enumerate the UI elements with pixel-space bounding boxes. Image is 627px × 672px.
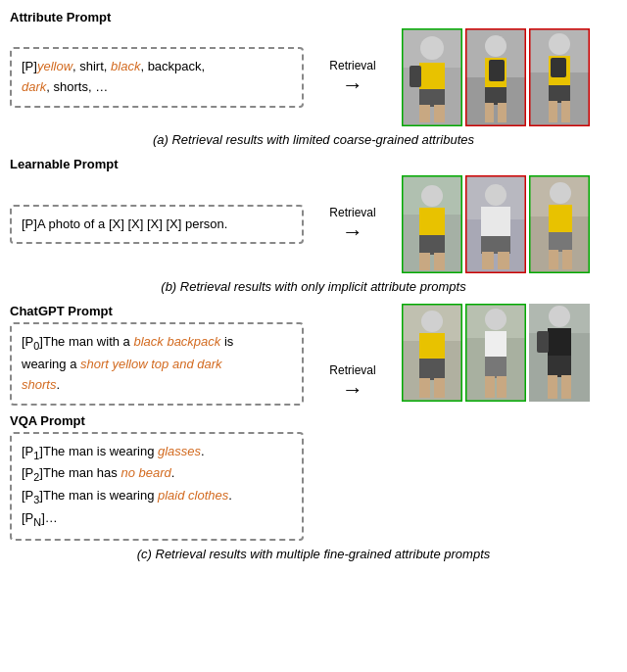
chatgpt-black-backpack: black backpack — [133, 334, 220, 349]
svg-rect-61 — [485, 331, 506, 359]
prompt-b-text: [P]A photo of a [X] [X] [X] [X] person. — [22, 216, 227, 231]
svg-rect-7 — [410, 66, 421, 87]
svg-rect-38 — [481, 236, 510, 254]
chatgpt-prompt-box: [P0]The man with a black backpack is wea… — [10, 322, 304, 406]
svg-rect-47 — [549, 250, 558, 269]
result-image-a2 — [465, 28, 526, 126]
vqa-line-n: [PN]… — [22, 508, 292, 531]
svg-rect-3 — [419, 89, 445, 107]
svg-point-57 — [421, 311, 443, 332]
result-image-b1 — [402, 175, 462, 273]
svg-rect-30 — [419, 235, 445, 255]
svg-point-41 — [485, 184, 506, 206]
svg-rect-55 — [419, 378, 430, 398]
result-image-c3 — [529, 304, 590, 402]
svg-rect-45 — [549, 205, 572, 234]
section-c-arrow: Retrieval → — [314, 304, 392, 460]
svg-point-73 — [549, 306, 570, 327]
section-b-prompt-box: [P]A photo of a [X] [X] [X] [X] person. — [10, 205, 304, 245]
svg-rect-22 — [549, 101, 557, 122]
svg-rect-74 — [537, 331, 549, 353]
result-image-a3 — [529, 28, 590, 126]
section-b-arrow: Retrieval → — [314, 206, 392, 243]
svg-rect-4 — [419, 105, 430, 122]
retrieval-label-c: Retrieval — [329, 363, 375, 377]
section-b: Learnable Prompt [P]A photo of a [X] [X]… — [10, 157, 617, 294]
prompt-a-black: black — [111, 59, 140, 73]
section-b-left: [P]A photo of a [X] [X] [X] [X] person. — [10, 205, 304, 245]
section-a-images — [402, 28, 617, 126]
result-image-a1 — [402, 28, 462, 126]
section-c: ChatGPT Prompt [P0]The man with a black … — [10, 304, 617, 561]
svg-rect-13 — [485, 103, 494, 122]
svg-rect-46 — [549, 232, 572, 252]
svg-rect-56 — [434, 378, 445, 398]
caption-a: (a) Retrieval results with limited coars… — [10, 132, 617, 147]
prompt-a-text: [P]yellow, shirt, black, backpack, dark,… — [22, 59, 205, 94]
svg-rect-40 — [498, 252, 509, 269]
vqa-plaid: plaid clothes — [158, 488, 228, 503]
chatgpt-prompt-text: [P0]The man with a black backpack is wea… — [22, 334, 233, 392]
section-c-images — [402, 304, 617, 402]
section-a-prompt-box: [P]yellow, shirt, black, backpack, dark,… — [10, 47, 304, 108]
result-image-c1 — [402, 304, 462, 402]
section-a-left: [P]yellow, shirt, black, backpack, dark,… — [10, 47, 304, 108]
svg-rect-64 — [497, 376, 506, 398]
svg-point-49 — [550, 182, 571, 204]
svg-rect-25 — [551, 58, 566, 77]
svg-point-65 — [485, 309, 506, 330]
section-b-images — [402, 175, 617, 273]
svg-rect-16 — [489, 60, 505, 81]
section-b-title: Learnable Prompt — [10, 157, 617, 171]
svg-rect-53 — [419, 333, 445, 360]
svg-rect-2 — [419, 63, 445, 92]
prompt-a-dark: dark — [22, 79, 46, 94]
svg-point-15 — [485, 35, 506, 57]
svg-rect-69 — [548, 328, 571, 358]
svg-rect-14 — [498, 103, 506, 122]
result-image-b3 — [529, 175, 590, 273]
svg-rect-12 — [485, 87, 506, 105]
vqa-line-2: [P2]The man has no beard. — [22, 463, 292, 486]
svg-rect-32 — [434, 253, 445, 270]
svg-rect-48 — [562, 250, 572, 269]
retrieval-label-a: Retrieval — [329, 59, 375, 72]
chatgpt-title: ChatGPT Prompt — [10, 304, 304, 318]
svg-point-6 — [420, 36, 444, 60]
svg-point-24 — [549, 33, 570, 55]
svg-rect-39 — [482, 252, 494, 269]
svg-rect-5 — [434, 105, 445, 122]
svg-point-33 — [421, 185, 443, 207]
chatgpt-yellow-top: short yellow top and darkshorts — [22, 357, 222, 392]
caption-b: (b) Retrieval results with only implicit… — [10, 279, 617, 294]
vqa-title: VQA Prompt — [10, 413, 304, 428]
svg-rect-70 — [548, 356, 571, 377]
vqa-prompt-box: [P1]The man is wearing glasses. [P2]The … — [10, 432, 304, 542]
arrow-icon-c: → — [342, 379, 363, 401]
svg-rect-23 — [561, 101, 570, 122]
retrieval-label-b: Retrieval — [329, 206, 375, 219]
svg-rect-62 — [485, 357, 506, 378]
svg-rect-29 — [419, 208, 445, 237]
svg-rect-72 — [561, 375, 571, 399]
svg-rect-71 — [548, 375, 557, 399]
section-a-arrow: Retrieval → — [314, 59, 392, 96]
vqa-line-1: [P1]The man is wearing glasses. — [22, 442, 292, 464]
caption-c: (c) Retrieval results with multiple fine… — [10, 547, 617, 561]
section-a: Attribute Prompt [P]yellow, shirt, black… — [10, 10, 617, 147]
result-image-b2 — [465, 175, 526, 273]
vqa-no-beard: no beard — [121, 465, 170, 480]
svg-rect-37 — [481, 207, 510, 238]
svg-rect-54 — [419, 359, 445, 380]
vqa-line-3: [P3]The man is wearing plaid clothes. — [22, 486, 292, 508]
svg-rect-21 — [549, 85, 570, 103]
svg-rect-31 — [419, 253, 430, 270]
section-a-title: Attribute Prompt — [10, 10, 617, 24]
result-image-c2 — [465, 304, 526, 402]
svg-rect-63 — [485, 376, 495, 398]
prompt-a-yellow: yellow — [37, 59, 72, 73]
arrow-icon-a: → — [342, 74, 363, 96]
section-c-left: ChatGPT Prompt [P0]The man with a black … — [10, 304, 304, 541]
vqa-glasses: glasses — [158, 444, 201, 458]
arrow-icon-b: → — [342, 221, 363, 243]
